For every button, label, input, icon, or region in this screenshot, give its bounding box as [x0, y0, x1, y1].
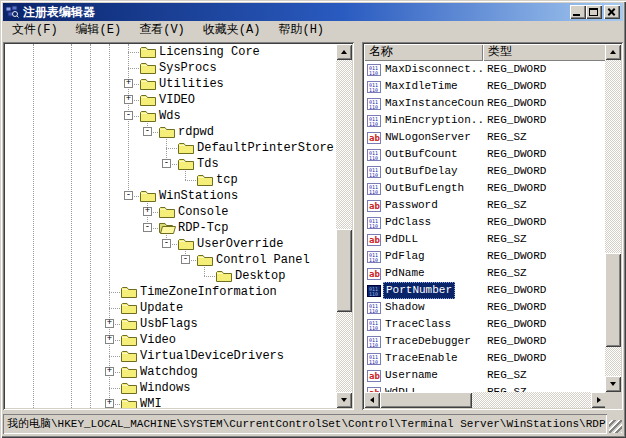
value-name[interactable]: PdFlag [385, 248, 425, 265]
tree-row[interactable]: +VIDEO [5, 92, 336, 108]
values-hscrollbar-thumb[interactable] [380, 392, 472, 408]
tree-key-label[interactable]: Update [140, 300, 183, 316]
value-row[interactable]: 011110MaxIdleTimeREG_DWORD [364, 78, 607, 95]
value-name[interactable]: OutBufLength [385, 180, 464, 197]
values-scroll-up-button[interactable] [605, 44, 621, 60]
tree-row[interactable]: +WMI [5, 396, 336, 408]
value-name[interactable]: NWLogonServer [385, 129, 471, 146]
tree-row[interactable]: SysProcs [5, 60, 336, 76]
values-scroll-down-button[interactable] [605, 376, 621, 392]
value-name[interactable]: PortNumber [383, 282, 455, 299]
value-row[interactable]: abPdDLLREG_SZ [364, 231, 607, 248]
value-row[interactable]: 011110TraceDebuggerREG_DWORD [364, 333, 607, 350]
tree-key-label[interactable]: Utilities [159, 76, 224, 92]
value-row[interactable]: 011110PortNumberREG_DWORD [364, 282, 607, 299]
collapse-button[interactable]: - [124, 191, 133, 200]
tree-row[interactable]: TimeZoneInformation [5, 284, 336, 300]
tree-key-label[interactable]: rdpwd [178, 124, 214, 140]
tree-row[interactable]: Update [5, 300, 336, 316]
tree-key-label[interactable]: WMI [140, 396, 162, 408]
tree-row[interactable]: Windows [5, 380, 336, 396]
tree-row[interactable]: VirtualDeviceDrivers [5, 348, 336, 364]
maximize-button[interactable] [586, 5, 602, 19]
tree-key-label[interactable]: VirtualDeviceDrivers [140, 348, 284, 364]
pane-splitter[interactable] [354, 42, 362, 410]
tree-key-label[interactable]: Watchdog [140, 364, 198, 380]
tree-row[interactable]: -RDP-Tcp [5, 220, 336, 236]
tree-row[interactable]: Desktop [5, 268, 336, 284]
tree-row[interactable]: -rdpwd [5, 124, 336, 140]
tree-key-label[interactable]: RDP-Tcp [178, 220, 228, 236]
registry-tree[interactable]: Licensing CoreSysProcs+Utilities+VIDEO-W… [5, 44, 336, 408]
tree-key-label[interactable]: DefaultPrinterStore [197, 140, 334, 156]
tree-key-label[interactable]: Wds [159, 108, 181, 124]
tree-row[interactable]: +UsbFlags [5, 316, 336, 332]
expand-button[interactable]: + [143, 207, 152, 216]
value-row[interactable]: 011110MaxInstanceCountREG_DWORD [364, 95, 607, 112]
value-name[interactable]: Username [385, 367, 438, 384]
collapse-button[interactable]: - [181, 255, 190, 264]
menu-item-2[interactable]: 查看(V) [130, 21, 194, 40]
value-name[interactable]: TraceDebugger [385, 333, 471, 350]
collapse-button[interactable]: - [143, 127, 152, 136]
column-header-name[interactable]: 名称 [364, 44, 483, 61]
value-row[interactable]: 011110OutBufCountREG_DWORD [364, 146, 607, 163]
tree-row[interactable]: -WinStations [5, 188, 336, 204]
expand-button[interactable]: + [105, 367, 114, 376]
value-name[interactable]: MaxIdleTime [385, 78, 458, 95]
tree-vertical-scrollbar[interactable] [336, 44, 352, 408]
close-button[interactable] [604, 5, 620, 19]
tree-scrollbar-thumb[interactable] [336, 229, 352, 312]
collapse-button[interactable]: - [162, 159, 171, 168]
value-name[interactable]: MinEncryption... [385, 112, 484, 129]
values-vscrollbar-thumb[interactable] [605, 253, 621, 347]
value-row[interactable]: 011110MinEncryption...REG_DWORD [364, 112, 607, 129]
menu-item-4[interactable]: 帮助(H) [269, 21, 333, 40]
tree-scroll-down-button[interactable] [336, 392, 352, 408]
tree-key-label[interactable]: VIDEO [159, 92, 195, 108]
tree-row[interactable]: -Wds [5, 108, 336, 124]
value-name[interactable]: OutBufCount [385, 146, 458, 163]
minimize-button[interactable] [570, 5, 586, 19]
value-row[interactable]: 011110TraceEnableREG_DWORD [364, 350, 607, 367]
collapse-button[interactable]: - [124, 111, 133, 120]
expand-button[interactable]: + [124, 95, 133, 104]
value-row[interactable]: 011110MaxDisconnect...REG_DWORD [364, 61, 607, 78]
resize-grip-icon[interactable] [609, 420, 622, 433]
tree-key-label[interactable]: Desktop [235, 268, 285, 284]
expand-button[interactable]: + [105, 399, 114, 408]
value-row[interactable]: 011110PdClassREG_DWORD [364, 214, 607, 231]
tree-key-label[interactable]: tcp [216, 172, 238, 188]
menu-item-0[interactable]: 文件(F) [3, 21, 67, 40]
value-row[interactable]: 011110PdFlagREG_DWORD [364, 248, 607, 265]
tree-row[interactable]: +Console [5, 204, 336, 220]
value-name[interactable]: PdClass [385, 214, 431, 231]
value-name[interactable]: WdDLL [385, 384, 418, 392]
tree-row[interactable]: +Watchdog [5, 364, 336, 380]
tree-key-label[interactable]: Licensing Core [159, 44, 260, 60]
values-scroll-left-button[interactable] [364, 392, 380, 408]
value-row[interactable]: 011110ShadowREG_DWORD [364, 299, 607, 316]
value-row[interactable]: 011110OutBufLengthREG_DWORD [364, 180, 607, 197]
tree-key-label[interactable]: UserOverride [197, 236, 283, 252]
tree-row[interactable]: -UserOverride [5, 236, 336, 252]
expand-button[interactable]: + [105, 319, 114, 328]
tree-key-label[interactable]: WinStations [159, 188, 238, 204]
values-list[interactable]: 名称 类型 011110MaxDisconnect...REG_DWORD011… [364, 44, 607, 392]
value-name[interactable]: TraceClass [385, 316, 451, 333]
value-name[interactable]: PdDLL [385, 231, 418, 248]
value-name[interactable]: MaxDisconnect... [385, 61, 484, 78]
tree-row[interactable]: +Utilities [5, 76, 336, 92]
tree-row[interactable]: tcp [5, 172, 336, 188]
tree-key-label[interactable]: UsbFlags [140, 316, 198, 332]
value-row[interactable]: abPdNameREG_SZ [364, 265, 607, 282]
menu-item-3[interactable]: 收藏夹(A) [194, 21, 270, 40]
tree-row[interactable]: DefaultPrinterStore [5, 140, 336, 156]
menu-item-1[interactable]: 编辑(E) [67, 21, 131, 40]
tree-key-label[interactable]: Console [178, 204, 228, 220]
values-horizontal-scrollbar[interactable] [364, 392, 607, 408]
value-name[interactable]: TraceEnable [385, 350, 458, 367]
value-name[interactable]: Password [385, 197, 438, 214]
value-row[interactable]: abWdDLLREG_SZ [364, 384, 607, 392]
collapse-button[interactable]: - [162, 239, 171, 248]
